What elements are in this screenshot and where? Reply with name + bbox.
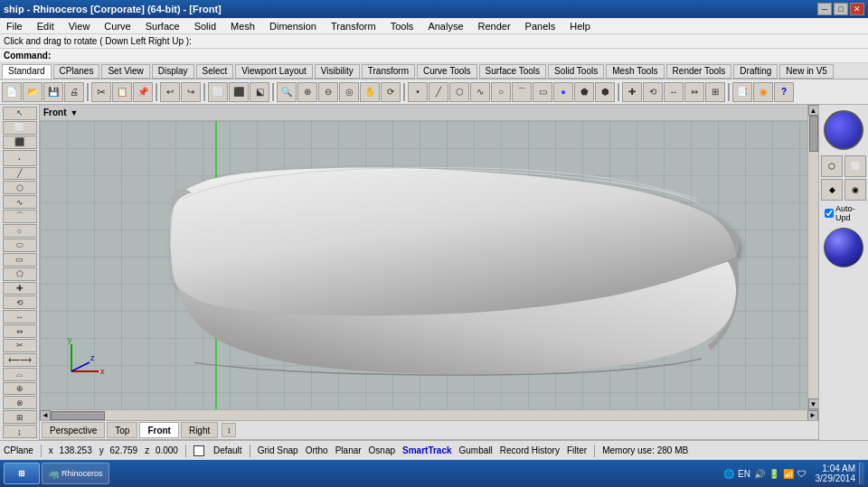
vtab-top[interactable]: Top [107, 422, 137, 438]
auto-update-checkbox[interactable] [825, 209, 834, 218]
toolbar-copy[interactable]: 📋 [112, 82, 132, 102]
toolbar-zoom-ext[interactable]: 🔍 [277, 82, 297, 102]
toolbar-scale[interactable]: ↔ [664, 82, 684, 102]
left-btn-mirror[interactable]: ⇔ [3, 324, 37, 338]
command-input[interactable] [54, 51, 864, 61]
vtab-right[interactable]: Right [181, 422, 218, 438]
tab-display[interactable]: Display [152, 64, 194, 79]
toolbar-cut[interactable]: ✂ [91, 82, 111, 102]
left-btn-trim[interactable]: ✂ [3, 339, 37, 352]
right-btn-perspective[interactable]: ⬡ [821, 155, 843, 177]
status-grid-snap[interactable]: Grid Snap [258, 445, 298, 455]
tab-new-v5[interactable]: New in V5 [779, 64, 834, 79]
tab-solid-tools[interactable]: Solid Tools [548, 64, 604, 79]
left-btn-dim[interactable]: ↨ [3, 425, 37, 438]
left-btn-offset[interactable]: ⊕ [3, 382, 37, 396]
tab-surface-tools[interactable]: Surface Tools [479, 64, 546, 79]
tab-visibility[interactable]: Visibility [315, 64, 360, 79]
toolbar-zoom-out[interactable]: ⊖ [318, 82, 338, 102]
left-btn-polyline[interactable]: ⬡ [3, 181, 37, 194]
tab-viewport-layout[interactable]: Viewport Layout [235, 64, 313, 79]
status-record-history[interactable]: Record History [500, 445, 560, 455]
minimize-button[interactable]: ─ [817, 3, 832, 15]
start-button[interactable]: ⊞ [4, 463, 40, 484]
tab-cplanes[interactable]: CPlanes [53, 64, 100, 79]
left-btn-pt[interactable]: · [3, 150, 37, 166]
toolbar-point[interactable]: • [408, 82, 428, 102]
toolbar-open[interactable]: 📂 [23, 82, 42, 102]
toolbar-arc[interactable]: ⌒ [512, 82, 532, 102]
clock[interactable]: 1:04 AM 3/29/2014 [810, 464, 855, 483]
vtab-front[interactable]: Front [139, 422, 179, 438]
menu-curve[interactable]: Curve [101, 20, 133, 33]
vscroll-down[interactable]: ▼ [808, 398, 819, 409]
toolbar-help-btn[interactable]: ? [774, 82, 794, 102]
vtab-scroll-arrow[interactable]: ↕ [222, 423, 236, 437]
tab-render-tools[interactable]: Render Tools [666, 64, 732, 79]
toolbar-paste[interactable]: 📌 [133, 82, 153, 102]
vertical-scrollbar[interactable]: ▲ ▼ [807, 105, 818, 409]
toolbar-new[interactable]: 📄 [2, 82, 22, 102]
maximize-button[interactable]: □ [834, 3, 848, 15]
toolbar-zoom-win[interactable]: ◎ [339, 82, 359, 102]
menu-file[interactable]: File [4, 20, 25, 33]
toolbar-rotate[interactable]: ⟳ [381, 82, 401, 102]
left-btn-rotate[interactable]: ⟲ [3, 295, 37, 309]
tray-icon-4[interactable]: 📶 [783, 469, 794, 479]
tab-transform[interactable]: Transform [362, 64, 415, 79]
left-btn-move[interactable]: ✚ [3, 282, 37, 295]
tab-mesh-tools[interactable]: Mesh Tools [606, 64, 664, 79]
left-btn-select-win[interactable]: ⬜ [3, 121, 37, 135]
left-btn-polygon[interactable]: ⬠ [3, 267, 37, 281]
left-btn-arc[interactable]: ⌒ [3, 210, 37, 223]
menu-transform[interactable]: Transform [328, 20, 379, 33]
hscroll-thumb[interactable] [51, 411, 105, 420]
left-btn-select[interactable]: ↖ [3, 107, 37, 120]
menu-analyse[interactable]: Analyse [425, 20, 466, 33]
left-btn-join[interactable]: ⊗ [3, 396, 37, 409]
toolbar-polyline[interactable]: ⬡ [449, 82, 469, 102]
toolbar-extrude[interactable]: ⬢ [595, 82, 615, 102]
left-btn-scale[interactable]: ↔ [3, 310, 37, 323]
toolbar-layer[interactable]: 📑 [732, 82, 752, 102]
left-btn-explode[interactable]: ⊞ [3, 410, 37, 424]
tray-icon-2[interactable]: 🔊 [754, 469, 765, 479]
toolbar-move[interactable]: ✚ [622, 82, 642, 102]
viewport-dropdown-arrow[interactable]: ▼ [71, 108, 79, 117]
tray-icon-3[interactable]: 🔋 [769, 469, 779, 479]
vscroll-track[interactable] [808, 116, 819, 398]
left-btn-fillet[interactable]: ⌓ [3, 368, 37, 381]
toolbar-rotate-obj[interactable]: ⟲ [643, 82, 663, 102]
viewport-3d[interactable]: x y z [40, 121, 807, 409]
menu-view[interactable]: View [66, 20, 93, 33]
left-btn-rect[interactable]: ▭ [3, 253, 37, 267]
hscroll-right[interactable]: ► [807, 410, 818, 421]
menu-dimension[interactable]: Dimension [267, 20, 319, 33]
toolbar-rect[interactable]: ▭ [533, 82, 552, 102]
status-planar[interactable]: Planar [335, 445, 362, 455]
toolbar-render-btn[interactable]: ◉ [753, 82, 773, 102]
toolbar-select-win[interactable]: ⬛ [229, 82, 249, 102]
toolbar-cylinder[interactable]: ⬟ [574, 82, 594, 102]
toolbar-redo[interactable]: ↪ [181, 82, 201, 102]
taskbar-app-rhinoceros[interactable]: 🦏 Rhinoceros [42, 463, 109, 484]
left-btn-line[interactable]: ╱ [3, 167, 37, 181]
close-button[interactable]: ✕ [850, 3, 864, 15]
toolbar-print[interactable]: 🖨 [64, 82, 84, 102]
toolbar-select-all[interactable]: ⬜ [208, 82, 228, 102]
right-btn-wireframe[interactable]: ⬜ [844, 155, 866, 177]
status-ortho[interactable]: Ortho [306, 445, 328, 455]
menu-panels[interactable]: Panels [523, 20, 559, 33]
toolbar-sphere[interactable]: ● [553, 82, 573, 102]
tray-icon-en[interactable]: EN [738, 469, 750, 479]
status-filter[interactable]: Filter [567, 445, 587, 455]
toolbar-pan[interactable]: ✋ [360, 82, 380, 102]
toolbar-zoom-in[interactable]: ⊕ [297, 82, 317, 102]
tray-icon-5[interactable]: 🛡 [797, 469, 807, 479]
left-btn-circle[interactable]: ○ [3, 224, 37, 238]
tab-drafting[interactable]: Drafting [733, 64, 778, 79]
vscroll-up[interactable]: ▲ [808, 105, 819, 116]
hscroll-track[interactable] [51, 410, 807, 421]
toolbar-curve[interactable]: ∿ [470, 82, 490, 102]
status-smarttrack[interactable]: SmartTrack [402, 445, 451, 455]
